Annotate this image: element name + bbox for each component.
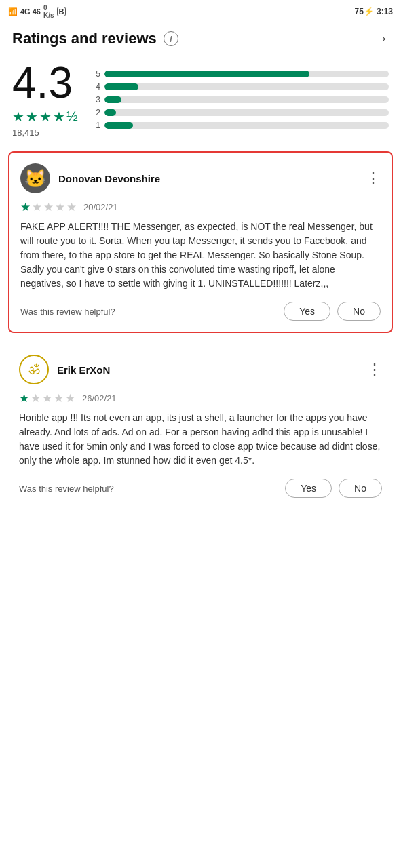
rating-stars: ★ ★ ★ ★ ½ (12, 108, 78, 125)
rating-bars: 5 4 3 2 1 (94, 69, 389, 130)
review-header-2: ॐ Erik ErXoN ⋮ (19, 355, 382, 384)
bar-row-5: 5 (94, 69, 389, 79)
bar-row-2: 2 (94, 108, 389, 117)
helpful-buttons-2: Yes No (285, 479, 382, 498)
helpful-buttons-1: Yes No (284, 302, 381, 321)
header-left: Ratings and reviews i (12, 30, 178, 47)
status-bar: 📶 4G 46 0K/s B 75⚡ 3:13 (0, 0, 401, 23)
star-4: ★ (53, 108, 65, 125)
navigate-arrow-icon[interactable]: → (374, 30, 389, 47)
bar-fill-4 (104, 83, 138, 90)
rating-score: 4.3 (12, 61, 73, 104)
review-card-1: 🐱 Donovan Devonshire ⋮ ★ ★ ★ ★ ★ 20/02/2… (8, 151, 393, 333)
star-filled-1: ★ (20, 200, 31, 214)
review-text-1: FAKE APP ALERT!!!! THE Messenger, as exp… (20, 220, 381, 291)
bar-label-5: 5 (94, 69, 100, 79)
review-footer-1: Was this review helpful? Yes No (20, 302, 381, 321)
review-menu-1[interactable]: ⋮ (366, 171, 381, 186)
star-5-half: ½ (66, 108, 78, 125)
signal-icon: 📶 (8, 7, 18, 16)
reviewer-name-1: Donovan Devonshire (58, 173, 160, 184)
star-empty-r2-5: ★ (65, 391, 75, 406)
battery-label: 75⚡ (355, 7, 374, 16)
rating-summary: 4.3 ★ ★ ★ ★ ½ 18,415 5 4 3 2 (0, 54, 401, 151)
review-menu-2[interactable]: ⋮ (367, 362, 382, 377)
helpful-label-1: Was this review helpful? (20, 307, 115, 317)
bar-fill-3 (104, 96, 121, 103)
star-2: ★ (26, 108, 38, 125)
bar-fill-5 (104, 71, 309, 77)
bar-row-4: 4 (94, 82, 389, 92)
bar-fill-2 (104, 109, 116, 116)
bar-row-1: 1 (94, 121, 389, 130)
review-meta-2: ★ ★ ★ ★ ★ 26/02/21 (19, 391, 382, 406)
bar-row-3: 3 (94, 95, 389, 104)
star-empty-r2-3: ★ (42, 391, 52, 406)
star-empty-2: ★ (32, 200, 42, 214)
star-1: ★ (12, 108, 24, 125)
bar-fill-1 (104, 122, 133, 129)
review-text-2: Horible app !!! Its not even an app, its… (19, 411, 382, 468)
network-label: 4G 46 (20, 7, 41, 16)
page-header: Ratings and reviews i → (0, 23, 401, 54)
review-header-1: 🐱 Donovan Devonshire ⋮ (20, 163, 381, 193)
star-filled-r2: ★ (19, 391, 29, 406)
star-empty-3: ★ (43, 200, 54, 214)
bar-label-2: 2 (94, 108, 100, 117)
yes-button-2[interactable]: Yes (285, 479, 332, 498)
rating-number-block: 4.3 ★ ★ ★ ★ ½ 18,415 (12, 61, 80, 138)
rating-count: 18,415 (12, 127, 39, 138)
helpful-label-2: Was this review helpful? (19, 484, 114, 494)
review-date-2: 26/02/21 (82, 393, 117, 403)
page-title: Ratings and reviews (12, 30, 157, 47)
star-empty-4: ★ (55, 200, 65, 214)
yes-button-1[interactable]: Yes (284, 302, 330, 321)
bar-track-4 (104, 83, 389, 90)
status-left: 📶 4G 46 0K/s B (8, 4, 66, 19)
avatar-2: ॐ (19, 355, 49, 384)
bar-label-3: 3 (94, 95, 100, 104)
bar-track-5 (104, 71, 389, 77)
reviewer-info-2: ॐ Erik ErXoN (19, 355, 110, 384)
reviewer-name-2: Erik ErXoN (57, 364, 110, 376)
bar-label-1: 1 (94, 121, 100, 130)
star-empty-r2-2: ★ (31, 391, 41, 406)
b-icon: B (57, 7, 66, 16)
time-label: 3:13 (377, 7, 393, 16)
info-icon[interactable]: i (164, 31, 178, 46)
bar-track-3 (104, 96, 389, 103)
star-empty-r2-4: ★ (54, 391, 64, 406)
review-footer-2: Was this review helpful? Yes No (19, 479, 382, 498)
bar-label-4: 4 (94, 82, 100, 92)
review-meta-1: ★ ★ ★ ★ ★ 20/02/21 (20, 200, 381, 214)
avatar-1: 🐱 (20, 163, 50, 193)
review-stars-1: ★ ★ ★ ★ ★ (20, 200, 77, 214)
no-button-2[interactable]: No (339, 479, 382, 498)
status-right: 75⚡ 3:13 (355, 7, 393, 16)
review-stars-2: ★ ★ ★ ★ ★ (19, 391, 75, 406)
review-card-2: ॐ Erik ErXoN ⋮ ★ ★ ★ ★ ★ 26/02/21 Horibl… (8, 344, 393, 509)
bar-track-1 (104, 122, 389, 129)
star-3: ★ (39, 108, 52, 125)
reviewer-info-1: 🐱 Donovan Devonshire (20, 163, 160, 193)
no-button-1[interactable]: No (337, 302, 381, 321)
star-empty-5: ★ (66, 200, 77, 214)
bar-track-2 (104, 109, 389, 116)
data-speed: 0K/s (43, 4, 54, 19)
review-date-1: 20/02/21 (83, 202, 118, 212)
